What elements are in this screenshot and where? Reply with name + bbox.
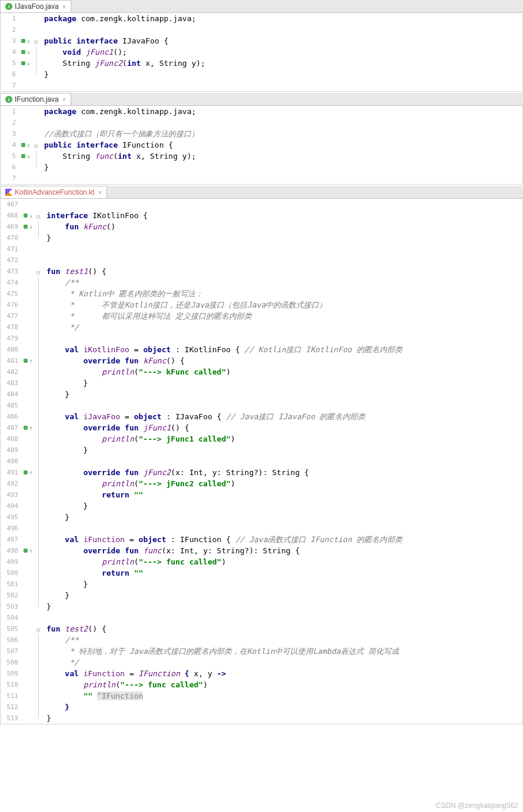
code-text[interactable]: * 特别地，对于 Java函数式接口的匿名内部类，在Kotlin中可以使用Lam… — [42, 646, 399, 657]
fold-gutter[interactable] — [35, 199, 42, 210]
code-text[interactable]: /** — [42, 277, 79, 288]
fold-gutter[interactable] — [35, 534, 42, 545]
code-text[interactable] — [42, 400, 46, 411]
code-text[interactable]: return "" — [42, 489, 143, 500]
code-line[interactable]: 490 — [1, 456, 522, 467]
code-line[interactable]: 481 override fun kFunc() { — [1, 355, 522, 366]
code-text[interactable]: "" ^IFunction — [42, 690, 143, 701]
gutter-marker[interactable] — [19, 80, 32, 91]
code-line[interactable]: 486 val iJavaFoo = object : IJavaFoo { /… — [1, 411, 522, 422]
code-line[interactable]: 502 } — [1, 590, 522, 601]
line-number[interactable]: 498 — [1, 545, 22, 556]
fold-gutter[interactable] — [35, 567, 42, 579]
gutter-marker[interactable] — [19, 128, 32, 139]
line-number[interactable]: 483 — [1, 377, 22, 389]
code-line[interactable]: 6} — [1, 162, 522, 173]
code-line[interactable]: 491 override fun jFunc2(x: Int, y: Strin… — [1, 467, 522, 478]
gutter-marker[interactable] — [22, 288, 35, 299]
code-editor-1[interactable]: 1package com.zengk.koltinapp.java;23publ… — [0, 13, 523, 92]
gutter-marker[interactable] — [22, 556, 35, 567]
line-number[interactable]: 3 — [1, 128, 19, 139]
gutter-marker[interactable] — [22, 467, 35, 478]
gutter-marker[interactable] — [19, 173, 32, 184]
gutter-marker[interactable] — [19, 117, 32, 128]
gutter-marker[interactable] — [22, 623, 35, 634]
code-text[interactable] — [42, 199, 46, 210]
line-number[interactable]: 508 — [1, 657, 22, 668]
fold-gutter[interactable] — [35, 657, 42, 668]
fold-gutter[interactable] — [35, 601, 42, 612]
code-text[interactable]: package com.zengk.koltinapp.java; — [39, 106, 196, 117]
code-line[interactable]: 494 } — [1, 500, 522, 512]
fold-gutter[interactable] — [35, 400, 42, 411]
code-text[interactable]: } — [39, 69, 49, 80]
line-number[interactable]: 481 — [1, 355, 22, 366]
fold-gutter[interactable] — [35, 288, 42, 299]
code-line[interactable]: 3//函数式接口（即只有一个抽象方法的接口） — [1, 128, 522, 139]
code-text[interactable]: } — [42, 701, 69, 713]
code-line[interactable]: 484 } — [1, 389, 522, 400]
code-text[interactable]: } — [42, 232, 51, 243]
code-line[interactable]: 509 val iFunction = IFunction { x, y -> — [1, 668, 522, 679]
gutter-marker[interactable] — [22, 433, 35, 445]
code-line[interactable]: 4 void jFunc1(); — [1, 46, 522, 58]
gutter-marker[interactable] — [22, 221, 35, 232]
gutter-marker[interactable] — [22, 646, 35, 657]
code-line[interactable]: 487 override fun jFunc1() { — [1, 422, 522, 433]
code-text[interactable]: /** — [42, 634, 79, 646]
code-text[interactable] — [42, 333, 46, 344]
gutter-marker[interactable] — [19, 162, 32, 173]
code-text[interactable]: override fun jFunc1() { — [42, 422, 189, 433]
fold-gutter[interactable] — [32, 58, 39, 69]
line-number[interactable]: 467 — [1, 199, 22, 210]
code-text[interactable]: fun kFunc() — [42, 221, 115, 232]
code-line[interactable]: 495 } — [1, 512, 522, 523]
fold-gutter[interactable] — [35, 266, 42, 277]
fold-gutter[interactable] — [35, 646, 42, 657]
line-number[interactable]: 477 — [1, 310, 22, 322]
code-text[interactable] — [42, 456, 46, 467]
fold-gutter[interactable] — [35, 579, 42, 590]
code-line[interactable]: 477 * 都可以采用这种写法 定义接口的匿名内部类 — [1, 310, 522, 322]
gutter-marker[interactable] — [22, 579, 35, 590]
code-line[interactable]: 483 } — [1, 377, 522, 389]
code-text[interactable]: String func(int x, String y); — [39, 151, 196, 162]
fold-gutter[interactable] — [35, 232, 42, 243]
line-number[interactable]: 5 — [1, 58, 19, 69]
gutter-marker[interactable] — [22, 445, 35, 456]
fold-gutter[interactable] — [35, 299, 42, 310]
line-number[interactable]: 513 — [1, 713, 22, 724]
code-line[interactable]: 498 override fun func(x: Int, y: String?… — [1, 545, 522, 556]
line-number[interactable]: 484 — [1, 389, 22, 400]
line-number[interactable]: 6 — [1, 162, 19, 173]
code-text[interactable]: val iFunction = IFunction { x, y -> — [42, 668, 226, 679]
fold-gutter[interactable] — [35, 456, 42, 467]
fold-gutter[interactable] — [35, 422, 42, 433]
line-number[interactable]: 497 — [1, 534, 22, 545]
code-line[interactable]: 501 } — [1, 579, 522, 590]
code-line[interactable]: 492 println("---> jFunc2 called") — [1, 478, 522, 489]
code-text[interactable]: String jFunc2(int x, String y); — [39, 58, 205, 69]
code-line[interactable]: 1package com.zengk.koltinapp.java; — [1, 106, 522, 117]
fold-gutter[interactable] — [32, 139, 39, 151]
line-number[interactable]: 491 — [1, 467, 22, 478]
code-line[interactable]: 469 fun kFunc() — [1, 221, 522, 232]
fold-gutter[interactable] — [35, 478, 42, 489]
line-number[interactable]: 486 — [1, 411, 22, 422]
code-line[interactable]: 470} — [1, 232, 522, 243]
gutter-marker[interactable] — [22, 277, 35, 288]
gutter-marker[interactable] — [22, 713, 35, 724]
code-text[interactable] — [39, 80, 44, 91]
line-number[interactable]: 494 — [1, 500, 22, 512]
code-line[interactable]: 513} — [1, 713, 522, 724]
fold-gutter[interactable] — [35, 679, 42, 690]
code-line[interactable]: 2 — [1, 24, 522, 35]
line-number[interactable]: 4 — [1, 139, 19, 151]
code-text[interactable]: } — [39, 162, 49, 173]
fold-gutter[interactable] — [32, 162, 39, 173]
line-number[interactable]: 478 — [1, 322, 22, 333]
code-line[interactable]: 1package com.zengk.koltinapp.java; — [1, 13, 522, 24]
gutter-marker[interactable] — [22, 400, 35, 411]
gutter-marker[interactable] — [22, 534, 35, 545]
code-text[interactable]: fun test1() { — [42, 266, 106, 277]
